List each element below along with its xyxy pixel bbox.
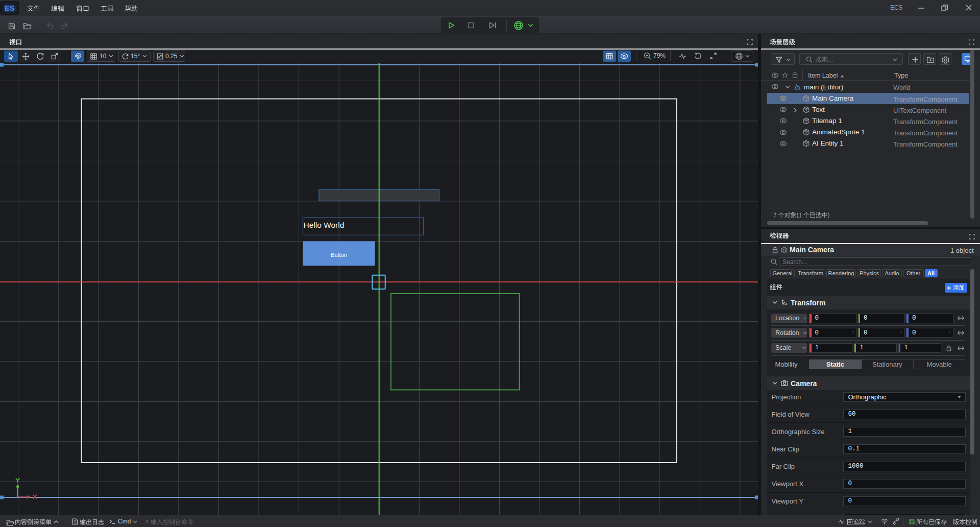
svg-text:Button: Button bbox=[331, 252, 347, 258]
svg-text:Hello World: Hello World bbox=[304, 221, 345, 229]
